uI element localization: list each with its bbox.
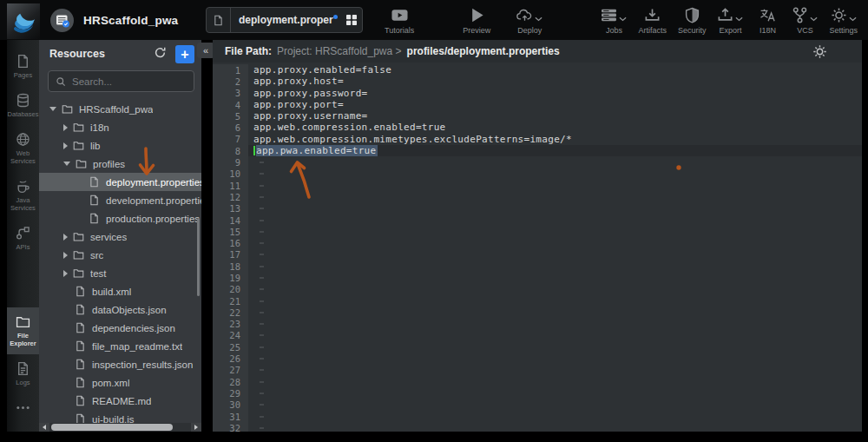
tree-item-dataobjects-json[interactable]: dataObjects.json: [39, 300, 201, 319]
code-line-12[interactable]: 12: [213, 191, 862, 202]
code-line-25[interactable]: 25: [213, 341, 862, 353]
folder-icon: [73, 267, 84, 279]
code-line-30[interactable]: 30: [213, 399, 862, 411]
tree-item-lib[interactable]: lib: [39, 136, 201, 155]
sidebar-item-apis[interactable]: APIs: [7, 219, 39, 258]
code-line-2[interactable]: 2app.proxy.host=: [213, 76, 862, 87]
collapse-arrow-icon[interactable]: [49, 107, 56, 111]
code-line-6[interactable]: 6app.web.compression.enabled=true: [213, 122, 862, 133]
code-line-8[interactable]: 8app.pwa.enabled=true: [213, 145, 862, 156]
expand-arrow-icon[interactable]: [63, 270, 68, 277]
app-logo[interactable]: [7, 3, 40, 39]
sidebar-item-logs[interactable]: Logs: [7, 354, 39, 393]
tree-horizontal-scrollbar[interactable]: [39, 423, 201, 432]
code-line-5[interactable]: 5app.proxy.username=: [213, 110, 862, 122]
tree-item-production-properties[interactable]: production.properties: [39, 209, 201, 228]
tree-item-dependencies-json[interactable]: dependencies.json: [39, 319, 201, 337]
tab-deployment-properties[interactable]: deployment.propert...: [206, 7, 363, 33]
flow-icon: [16, 226, 30, 241]
code-line-28[interactable]: 28: [213, 376, 862, 387]
project-switcher[interactable]: HRScaffold_pwa: [50, 8, 178, 32]
code-line-4[interactable]: 4app.proxy.port=: [213, 99, 862, 110]
scrollbar-thumb[interactable]: [51, 424, 173, 431]
code-line-23[interactable]: 23: [213, 319, 862, 330]
code-line-22[interactable]: 22: [213, 307, 862, 318]
expand-arrow-icon[interactable]: [63, 124, 68, 131]
code-line-17[interactable]: 17: [213, 249, 862, 261]
toolbar-i18n-button[interactable]: I18N: [754, 6, 780, 35]
code-line-21[interactable]: 21: [213, 295, 862, 307]
toolbar-settings-button[interactable]: Settings: [829, 6, 858, 35]
tree-item-i18n[interactable]: i18n: [39, 118, 201, 136]
tree-item-inspection-results-json[interactable]: inspection_results.json: [39, 355, 201, 373]
toolbar-artifacts-button[interactable]: Artifacts: [638, 6, 667, 35]
line-number: 11: [213, 180, 248, 191]
expand-arrow-icon[interactable]: [63, 234, 68, 241]
line-text: app.proxy.port=: [248, 99, 344, 110]
code-line-18[interactable]: 18: [213, 261, 862, 272]
line-number: 18: [213, 261, 248, 272]
tree-item-build-xml[interactable]: build.xml: [39, 282, 201, 300]
toolbar-jobs-button[interactable]: Jobs: [601, 6, 627, 35]
sidebar-item-databases[interactable]: Databases: [7, 86, 39, 125]
sidebar-item-java-services[interactable]: Java Services: [7, 172, 39, 219]
sidebar-item-web-services[interactable]: Web Services: [7, 125, 39, 172]
code-line-32[interactable]: 32: [213, 422, 862, 432]
code-area[interactable]: 1app.proxy.enabled=false2app.proxy.host=…: [213, 63, 862, 432]
tree-item-test[interactable]: test: [39, 264, 201, 282]
code-line-1[interactable]: 1app.proxy.enabled=false: [213, 64, 862, 76]
tree-item-hrscaffold-pwa[interactable]: HRScaffold_pwa: [39, 100, 201, 118]
code-line-20[interactable]: 20: [213, 284, 862, 295]
toolbar-vcs-button[interactable]: VCS: [792, 6, 818, 35]
toolbar-tutorials-button[interactable]: Tutorials: [385, 6, 414, 35]
sidebar-item-file-explorer[interactable]: File Explorer: [7, 307, 39, 354]
code-line-24[interactable]: 24: [213, 330, 862, 341]
add-resource-button[interactable]: +: [175, 45, 194, 63]
sidebar-item-pages[interactable]: Pages: [7, 47, 39, 86]
toolbar-export-button[interactable]: Export: [717, 6, 743, 35]
code-line-13[interactable]: 13: [213, 203, 862, 214]
code-line-7[interactable]: 7app.web.compression.mimetypes.excludePa…: [213, 134, 862, 145]
tree-item-development-properties[interactable]: development.properties: [39, 191, 201, 209]
code-line-10[interactable]: 10: [213, 168, 862, 180]
line-number: 8: [213, 145, 248, 156]
scroll-left-button[interactable]: [39, 423, 49, 432]
tree-item-src[interactable]: src: [39, 246, 201, 264]
toolbar-deploy-button[interactable]: Deploy: [516, 6, 542, 35]
code-line-19[interactable]: 19: [213, 272, 862, 283]
code-line-31[interactable]: 31: [213, 411, 862, 422]
code-line-29[interactable]: 29: [213, 387, 862, 399]
refresh-button[interactable]: [151, 45, 168, 63]
code-line-26[interactable]: 26: [213, 353, 862, 364]
editor-settings-gear-icon[interactable]: [812, 44, 827, 59]
sidebar-item-more[interactable]: [7, 393, 39, 425]
empty-line-marker: [260, 288, 264, 290]
code-line-27[interactable]: 27: [213, 365, 862, 376]
code-line-9[interactable]: 9: [213, 156, 862, 168]
tree-item-services[interactable]: services: [39, 228, 201, 246]
tree-item-deployment-properties[interactable]: deployment.properties: [39, 173, 201, 191]
collapse-panel-button[interactable]: «: [197, 43, 214, 58]
code-line-15[interactable]: 15: [213, 226, 862, 237]
grid-icon[interactable]: [341, 14, 362, 26]
code-line-3[interactable]: 3app.proxy.password=: [213, 88, 862, 99]
toolbar-security-button[interactable]: Security: [678, 6, 707, 35]
toolbar-preview-button[interactable]: Preview: [463, 6, 490, 35]
search-box[interactable]: [48, 70, 194, 92]
line-number: 21: [213, 295, 248, 307]
code-line-16[interactable]: 16: [213, 237, 862, 248]
globe-icon: [16, 132, 30, 147]
tree-item-pom-xml[interactable]: pom.xml: [39, 373, 201, 392]
expand-arrow-icon[interactable]: [63, 252, 68, 259]
expand-arrow-icon[interactable]: [63, 142, 68, 149]
collapse-arrow-icon[interactable]: [63, 162, 70, 166]
tree-item-profiles[interactable]: profiles: [39, 155, 201, 173]
code-line-14[interactable]: 14: [213, 214, 862, 226]
search-input[interactable]: [72, 76, 187, 87]
coffee-icon: [16, 179, 30, 194]
tree-vertical-scrollbar[interactable]: [197, 218, 200, 296]
code-line-11[interactable]: 11: [213, 180, 862, 191]
tree-item-file-map-readme-txt[interactable]: file_map_readme.txt: [39, 337, 201, 355]
tree-item-readme-md[interactable]: README.md: [39, 392, 201, 410]
scroll-right-button[interactable]: [191, 423, 201, 432]
